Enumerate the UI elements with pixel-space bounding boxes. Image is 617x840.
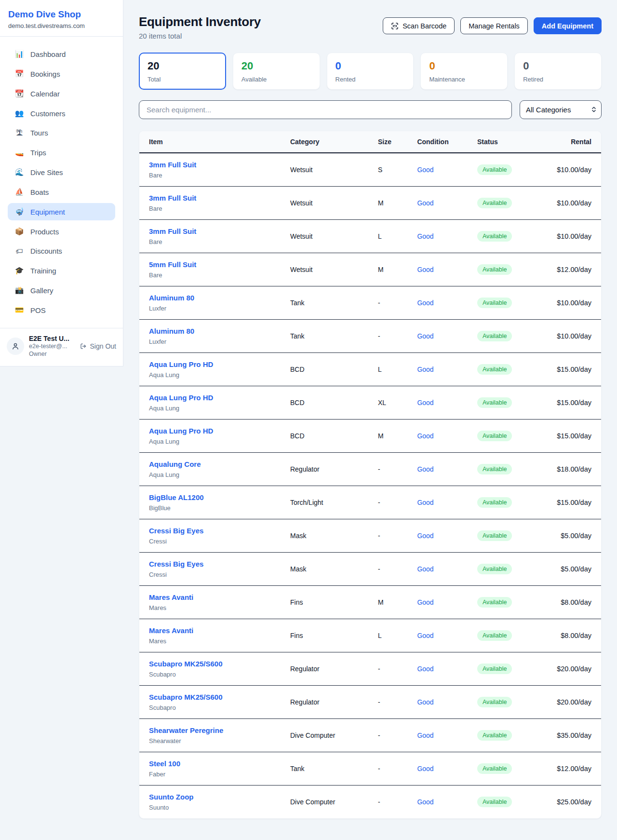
item-name-link[interactable]: 3mm Full Suit	[149, 160, 275, 170]
status-cell: Available	[469, 519, 541, 553]
condition-link[interactable]: Good	[417, 232, 433, 240]
sidebar-item-pos[interactable]: 💳 POS	[8, 301, 115, 319]
condition-link[interactable]: Good	[417, 199, 433, 207]
condition-link[interactable]: Good	[417, 798, 433, 806]
item-name-link[interactable]: Cressi Big Eyes	[149, 526, 275, 536]
status-cell: Available	[469, 486, 541, 519]
status-cell: Available	[469, 586, 541, 619]
condition-link[interactable]: Good	[417, 299, 433, 307]
category-select[interactable]: All Categories	[520, 100, 602, 119]
item-name-link[interactable]: Suunto Zoop	[149, 792, 275, 802]
item-name-link[interactable]: Cressi Big Eyes	[149, 559, 275, 569]
sidebar-item-calendar[interactable]: 📆 Calendar	[8, 85, 115, 102]
scan-barcode-button[interactable]: Scan Barcode	[383, 17, 455, 34]
table-row: Aluminum 80 Luxfer Tank - Good Available…	[139, 320, 601, 353]
item-name-link[interactable]: Aluminum 80	[149, 293, 275, 303]
size-cell: -	[370, 786, 409, 819]
item-name-link[interactable]: Shearwater Peregrine	[149, 726, 275, 735]
category-cell: Wetsuit	[282, 253, 370, 286]
item-name-link[interactable]: 3mm Full Suit	[149, 193, 275, 203]
sidebar-item-label: Dive Sites	[30, 168, 63, 176]
size-cell: -	[370, 686, 409, 719]
condition-link[interactable]: Good	[417, 665, 433, 673]
condition-link[interactable]: Good	[417, 765, 433, 772]
manage-rentals-button[interactable]: Manage Rentals	[460, 17, 528, 34]
rental-cell: $15.00/day	[541, 420, 601, 453]
sidebar-item-trips[interactable]: 🚤 Trips	[8, 144, 115, 161]
rental-cell: $10.00/day	[541, 286, 601, 320]
condition-link[interactable]: Good	[417, 532, 433, 540]
category-cell: Regulator	[282, 453, 370, 486]
size-cell: M	[370, 586, 409, 619]
sidebar-item-tours[interactable]: 🏝 Tours	[8, 124, 115, 141]
sidebar-item-dashboard[interactable]: 📊 Dashboard	[8, 45, 115, 63]
condition-link[interactable]: Good	[417, 432, 433, 440]
table-body: 3mm Full Suit Bare Wetsuit S Good Availa…	[139, 153, 601, 818]
rental-rate: $18.00/day	[557, 465, 591, 473]
rental-rate: $15.00/day	[557, 366, 591, 373]
condition-link[interactable]: Good	[417, 166, 433, 174]
condition-link[interactable]: Good	[417, 732, 433, 739]
sidebar-item-training[interactable]: 🎓 Training	[8, 262, 115, 279]
add-equipment-button[interactable]: Add Equipment	[534, 17, 602, 34]
item-name-link[interactable]: Scubapro MK25/S600	[149, 659, 275, 669]
rental-cell: $10.00/day	[541, 220, 601, 253]
item-name-link[interactable]: Mares Avanti	[149, 593, 275, 602]
condition-link[interactable]: Good	[417, 332, 433, 340]
table-row: Cressi Big Eyes Cressi Mask - Good Avail…	[139, 553, 601, 586]
rental-cell: $35.00/day	[541, 719, 601, 752]
condition-link[interactable]: Good	[417, 399, 433, 406]
item-brand: Cressi	[149, 537, 275, 545]
stat-card[interactable]: 20 Total	[139, 53, 226, 90]
credit-card-icon: 💳	[14, 306, 24, 314]
condition-link[interactable]: Good	[417, 632, 433, 639]
condition-link[interactable]: Good	[417, 465, 433, 473]
sidebar-item-dive-sites[interactable]: 🌊 Dive Sites	[8, 163, 115, 181]
condition-link[interactable]: Good	[417, 598, 433, 606]
sidebar-item-discounts[interactable]: 🏷 Discounts	[8, 243, 115, 259]
item-name-link[interactable]: Steel 100	[149, 759, 275, 769]
rental-rate: $5.00/day	[561, 565, 591, 573]
stat-card[interactable]: 0 Rented	[327, 53, 414, 90]
sign-out-button[interactable]: Sign Out	[80, 342, 116, 350]
category-cell: Dive Computer	[282, 786, 370, 819]
condition-link[interactable]: Good	[417, 499, 433, 506]
item-name-link[interactable]: Aqua Lung Pro HD	[149, 360, 275, 369]
item-name-link[interactable]: Scubapro MK25/S600	[149, 692, 275, 702]
condition-link[interactable]: Good	[417, 266, 433, 273]
status-badge: Available	[477, 797, 512, 807]
rental-cell: $5.00/day	[541, 519, 601, 553]
stat-card[interactable]: 0 Retired	[514, 53, 602, 90]
condition-link[interactable]: Good	[417, 565, 433, 573]
item-brand: Shearwater	[149, 737, 275, 745]
sidebar-item-products[interactable]: 📦 Products	[8, 223, 115, 240]
item-name-link[interactable]: Aqualung Core	[149, 460, 275, 469]
size-cell: -	[370, 752, 409, 786]
table-row: Scubapro MK25/S600 Scubapro Regulator - …	[139, 652, 601, 686]
item-name-link[interactable]: Aqua Lung Pro HD	[149, 426, 275, 436]
stat-card[interactable]: 0 Maintenance	[420, 53, 508, 90]
rental-cell: $25.00/day	[541, 786, 601, 819]
wave-icon: 🌊	[14, 168, 24, 176]
sidebar-item-boats[interactable]: ⛵ Boats	[8, 183, 115, 201]
item-name-link[interactable]: BigBlue AL1200	[149, 493, 275, 502]
sidebar-item-equipment[interactable]: 🤿 Equipment	[8, 203, 115, 220]
stat-card[interactable]: 20 Available	[233, 53, 320, 90]
sidebar-item-gallery[interactable]: 📸 Gallery	[8, 282, 115, 299]
condition-link[interactable]: Good	[417, 366, 433, 373]
status-badge: Available	[477, 264, 512, 275]
sidebar-item-bookings[interactable]: 📅 Bookings	[8, 65, 115, 82]
item-cell: Mares Avanti Mares	[139, 586, 282, 619]
item-name-link[interactable]: Aqua Lung Pro HD	[149, 393, 275, 403]
dive-mask-icon: 🤿	[14, 207, 24, 216]
sidebar-item-customers[interactable]: 👥 Customers	[8, 105, 115, 122]
condition-link[interactable]: Good	[417, 698, 433, 706]
item-name-link[interactable]: Mares Avanti	[149, 626, 275, 636]
stat-label: Retired	[523, 76, 593, 83]
page-title: Equipment Inventory	[139, 14, 261, 29]
item-name-link[interactable]: 3mm Full Suit	[149, 227, 275, 236]
rental-cell: $5.00/day	[541, 553, 601, 586]
search-input[interactable]	[139, 100, 512, 119]
item-name-link[interactable]: Aluminum 80	[149, 326, 275, 336]
item-name-link[interactable]: 5mm Full Suit	[149, 260, 275, 270]
